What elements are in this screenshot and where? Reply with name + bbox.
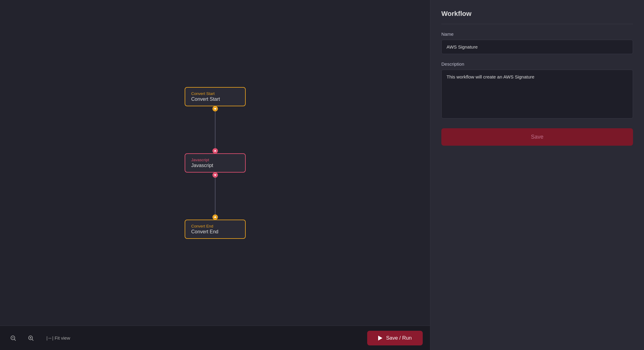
convert-start-title: Convert Start: [191, 97, 239, 102]
save-label: Save: [531, 134, 543, 140]
javascript-title: Javascript: [191, 163, 239, 168]
connector-2: [215, 178, 215, 214]
toolbar-left: |↔| Fit view: [7, 332, 74, 344]
description-label: Description: [441, 61, 633, 67]
fit-view-label: |↔| Fit view: [46, 335, 70, 341]
javascript-top-dot: [212, 148, 218, 154]
zoom-in-button[interactable]: [25, 332, 37, 344]
zoom-out-icon: [10, 335, 16, 341]
javascript-label: Javascript: [191, 158, 239, 162]
nodes-wrapper: Convert Start Convert Start Javas: [0, 0, 430, 326]
convert-end-box[interactable]: Convert End Convert End: [185, 220, 246, 239]
convert-start-bottom-dot: [212, 106, 218, 111]
zoom-out-button[interactable]: [7, 332, 19, 344]
javascript-bottom-dot: [212, 172, 218, 178]
zoom-in-icon: [27, 335, 34, 341]
convert-start-box[interactable]: Convert Start Convert Start: [185, 87, 246, 106]
connector-line-1: [215, 111, 215, 148]
name-label: Name: [441, 31, 633, 37]
convert-end-node[interactable]: Convert End Convert End: [185, 214, 246, 239]
panel-title: Workflow: [441, 10, 633, 24]
fit-view-button[interactable]: |↔| Fit view: [43, 333, 74, 343]
node-row: Convert Start Convert Start Javas: [185, 87, 246, 239]
name-input[interactable]: [441, 40, 633, 54]
convert-start-node[interactable]: Convert Start Convert Start: [185, 87, 246, 111]
convert-end-top-dot: [212, 214, 218, 220]
svg-line-2: [14, 339, 16, 341]
convert-start-label: Convert Start: [191, 91, 239, 96]
canvas-area: Convert Start Convert Start Javas: [0, 0, 430, 350]
javascript-node[interactable]: Javascript Javascript: [185, 148, 246, 178]
canvas-toolbar: |↔| Fit view Save / Run: [0, 326, 430, 350]
save-button[interactable]: Save: [441, 128, 633, 146]
connector-1: [215, 111, 215, 148]
right-panel: Workflow Name Description This workflow …: [430, 0, 644, 350]
description-input[interactable]: This workflow will create an AWS Signatu…: [441, 70, 633, 118]
description-field-group: Description This workflow will create an…: [441, 61, 633, 120]
svg-line-6: [32, 339, 33, 341]
save-run-label: Save / Run: [386, 335, 412, 341]
play-icon: [378, 336, 382, 341]
save-run-button[interactable]: Save / Run: [367, 331, 423, 345]
name-field-group: Name: [441, 31, 633, 54]
javascript-box[interactable]: Javascript Javascript: [185, 153, 246, 173]
connector-line-2: [215, 178, 215, 214]
convert-end-title: Convert End: [191, 229, 239, 235]
convert-end-label: Convert End: [191, 224, 239, 228]
